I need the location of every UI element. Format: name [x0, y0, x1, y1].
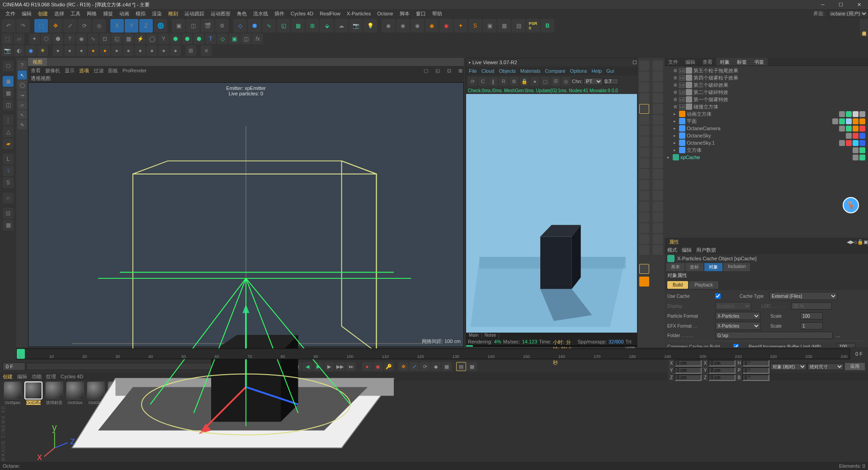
lv-refresh-icon[interactable]: ⟳ [468, 77, 477, 86]
coord-Y[interactable] [708, 367, 736, 374]
rp-b16-icon[interactable] [653, 223, 663, 233]
lv-menu-File[interactable]: File [469, 68, 477, 74]
rp-b3-icon[interactable] [653, 82, 663, 92]
om-item-xpCache[interactable]: ▸xpCache [665, 154, 868, 161]
xp-emitter-icon[interactable]: ✦ [29, 33, 40, 44]
xp-gen-icon[interactable]: ⊡ [99, 33, 110, 44]
lv-menu-Objects[interactable]: Objects [499, 68, 515, 74]
plugin-2-icon[interactable]: ◉ [396, 19, 410, 33]
attr-home-icon[interactable]: ⌂ [854, 239, 857, 244]
om-item-第一个烟雾特效[interactable]: ⊞L0第一个烟雾特效 [665, 96, 868, 103]
viewport-solo-icon[interactable]: S [3, 177, 14, 188]
attr-tab-对象[interactable]: 对象 [704, 263, 722, 271]
render-settings-icon[interactable]: ⚙ [215, 19, 229, 33]
folder-field[interactable] [715, 332, 833, 339]
vp-menu-显示[interactable]: 显示 [65, 67, 75, 74]
vp-menu-查看[interactable]: 查看 [31, 67, 41, 74]
brush-tool-icon[interactable]: ✎ [18, 120, 27, 129]
lv-tab-noise[interactable]: Noise [482, 333, 500, 339]
attr-tab-坐标[interactable]: 坐标 [685, 263, 703, 271]
attr-subtab-Playback[interactable]: Playback [689, 281, 718, 289]
oct-camera-icon[interactable]: 📷 [2, 45, 13, 56]
plugin-oct1-icon[interactable]: ▣ [483, 19, 496, 33]
interface-select[interactable]: octane (用户) [828, 10, 868, 17]
menu-X-Particles[interactable]: X-Particles [344, 10, 373, 17]
rp-a9-icon[interactable] [639, 147, 649, 157]
lv-settings-icon[interactable]: ⚙ [509, 77, 519, 86]
object-camera-icon[interactable]: 📷 [349, 19, 363, 33]
object-environment-icon[interactable]: ☁ [335, 19, 348, 33]
plugin-xp1-icon[interactable]: ✦ [454, 19, 467, 33]
coord-mode-select[interactable]: 对象 (相对) [770, 363, 807, 370]
scale-tool-icon[interactable]: ⤢ [63, 19, 77, 33]
xp-cache-icon[interactable]: ▣ [229, 33, 240, 44]
timeline-fcurve-icon[interactable]: ▦ [467, 362, 477, 371]
xp-sprite-icon[interactable]: ◉ [76, 33, 87, 44]
object-subdiv-icon[interactable]: ▦ [291, 19, 305, 33]
menu-角色[interactable]: 角色 [234, 9, 250, 18]
om-tab-对象[interactable]: 对象 [716, 58, 733, 66]
edge-mode-icon[interactable]: △ [3, 127, 14, 137]
oct-mat1-icon[interactable]: ● [52, 45, 63, 56]
om-item-第四个烟雾粒子效果[interactable]: ⊞L0第四个烟雾粒子效果 [665, 74, 868, 81]
menu-RealFlow[interactable]: RealFlow [317, 10, 343, 17]
plugin-3-icon[interactable]: ◉ [410, 19, 424, 33]
xp-domain-icon[interactable]: ◫ [241, 33, 251, 44]
menu-脚本[interactable]: 脚本 [397, 9, 412, 18]
rp-a14-icon[interactable] [639, 202, 649, 212]
move-tool-icon[interactable]: ✥ [49, 19, 62, 33]
rp-a2-icon[interactable] [639, 71, 649, 81]
attr-tab-基本[interactable]: 基本 [666, 263, 684, 271]
cache-type-select[interactable]: External (Files) [769, 292, 837, 300]
rp-b8-icon[interactable] [653, 136, 663, 146]
rp-b15-icon[interactable] [653, 212, 663, 222]
coord-P[interactable] [742, 367, 769, 374]
lv-region-icon[interactable]: ▢ [541, 77, 550, 86]
plugin-psr-icon[interactable]: PSR0 [526, 19, 540, 33]
lv-pause-icon[interactable]: ‖ [489, 77, 498, 86]
oct-mat11-icon[interactable]: ● [170, 45, 181, 56]
om-item-第二个破碎特效[interactable]: ⊞L0第二个破碎特效 [665, 89, 868, 96]
rp-b2-icon[interactable] [653, 71, 663, 81]
compress-checkbox[interactable] [733, 344, 739, 347]
vp-menu-摄像机[interactable]: 摄像机 [45, 67, 60, 74]
om-item-动画立方体[interactable]: ▸动画立方体 [665, 110, 868, 118]
vp-menu-选项[interactable]: 选项 [79, 67, 89, 74]
lv-chn-select[interactable]: PT [584, 78, 603, 85]
menu-网格[interactable]: 网格 [84, 9, 99, 18]
oct-mat5-icon[interactable]: ● [99, 45, 110, 56]
attr-fwd-icon[interactable]: ▶ [850, 239, 854, 245]
rp-b4-icon[interactable] [653, 93, 663, 103]
axis-mode-icon[interactable]: L [3, 154, 14, 164]
plugin-b-icon[interactable]: B [541, 19, 554, 33]
xp-null-icon[interactable]: ◇ [217, 33, 228, 44]
om-item-立方体[interactable]: ▸立方体 [665, 146, 868, 154]
poly-mode-icon[interactable]: ▰ [3, 138, 14, 149]
rp-a10-icon[interactable] [639, 158, 649, 168]
workplane-mode-icon[interactable]: ◫ [3, 99, 14, 110]
menu-Octane[interactable]: Octane [374, 10, 396, 17]
plugin-oct3-icon[interactable]: ▤ [512, 19, 525, 33]
snap-grid-icon[interactable]: ▦ [3, 220, 14, 230]
lv-tab-main[interactable]: Main [466, 333, 482, 339]
object-spline-icon[interactable]: ∿ [262, 19, 276, 33]
object-manager-tree[interactable]: ⊞L0第五个粒子拖尾效果⊞L0第四个烟雾粒子效果⊞L0第三个破碎效果⊞L0第二个… [665, 66, 868, 238]
axis-x-icon[interactable]: X [110, 19, 124, 33]
maximize-button[interactable]: ☐ [832, 0, 850, 9]
rp-a16-icon[interactable] [639, 223, 649, 233]
rp-a18-icon[interactable] [639, 245, 649, 255]
rp-a17-icon[interactable] [639, 234, 649, 244]
oct-mat4-icon[interactable]: ● [88, 45, 99, 56]
axis-y-icon[interactable]: Y [125, 19, 138, 33]
coord-apply-button[interactable]: 应用 [844, 362, 865, 371]
xp-question-icon[interactable]: ? [64, 33, 75, 44]
menu-编辑[interactable]: 编辑 [19, 9, 34, 18]
render-view-icon[interactable]: ▣ [172, 19, 185, 33]
xp-branch-icon[interactable]: Y [158, 33, 169, 44]
lv-restart-icon[interactable]: C [478, 77, 487, 86]
coord-Y[interactable] [675, 367, 702, 374]
coord-Z[interactable] [708, 374, 736, 381]
om-tab-文件[interactable]: 文件 [665, 58, 682, 66]
lv-menu-Compare[interactable]: Compare [545, 68, 565, 74]
om-tab-标签[interactable]: 标签 [733, 58, 750, 66]
